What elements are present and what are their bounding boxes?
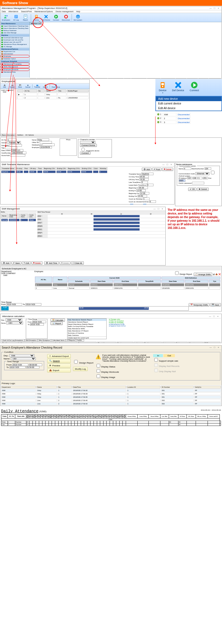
rm-5[interactable]: Daily Attendance OT Report bbox=[67, 330, 106, 332]
big-device[interactable]: Device▾ bbox=[157, 80, 169, 95]
modify-log-btn[interactable]: Modify Log bbox=[73, 367, 88, 371]
sched-row[interactable]: 2LinaNormal2000/1/12999/12/312016/9/2620… bbox=[35, 287, 220, 290]
emp-del[interactable]: ➖Delete bbox=[9, 84, 16, 88]
calc-tab[interactable]: Calculated Items bbox=[51, 339, 66, 341]
tree-comp2[interactable]: OUR COMPANY bbox=[1, 272, 34, 274]
big-connect[interactable]: Connect bbox=[188, 80, 201, 95]
sb-ul-user[interactable]: Upload user info and FP bbox=[1, 41, 29, 43]
tt-del-btn[interactable]: ✖ Delete bbox=[162, 168, 173, 171]
ip1[interactable] bbox=[187, 177, 192, 179]
search-row[interactable]: XIMIVicky12016/9/26 17:56:351001FP bbox=[1, 396, 221, 398]
sched-row[interactable]: ▶ 1VickyNormal2000/1/12999/12/312016/9/2… bbox=[35, 283, 220, 286]
gender-select[interactable]: Female bbox=[7, 141, 21, 144]
sm-save[interactable]: ✔ Save bbox=[11, 261, 21, 265]
tab-add[interactable]: Addition bbox=[16, 134, 24, 136]
dm-cancel[interactable]: ✖ Cancel bbox=[197, 188, 209, 191]
emp-row[interactable]: ▶1Vicky bbox=[17, 93, 89, 96]
design-report-check[interactable] bbox=[175, 271, 179, 275]
sm-deltime[interactable]: ✖ Delete bbox=[59, 261, 70, 265]
search-row[interactable]: XIMIVicky12016/9/26 17:56:331001FP bbox=[1, 392, 221, 395]
search-btn[interactable]: 🔍 Search bbox=[47, 359, 71, 363]
sb-acmanage[interactable]: AC Manage bbox=[1, 45, 29, 48]
emp-input[interactable] bbox=[40, 146, 52, 149]
s-name[interactable]: <All> bbox=[11, 357, 36, 360]
menu-device[interactable]: Device management bbox=[56, 11, 73, 12]
tb-device[interactable]: Device bbox=[32, 14, 41, 21]
rm-1[interactable]: Attendance General Report bbox=[67, 321, 106, 323]
preview-btn[interactable]: 👁 Preview bbox=[47, 364, 71, 368]
rm-7[interactable]: Daily Overtime bbox=[67, 334, 106, 336]
le-input[interactable] bbox=[147, 184, 153, 186]
side-4[interactable]: ● Append Clock In/Out bbox=[109, 325, 125, 327]
fp-select[interactable] bbox=[80, 141, 95, 144]
calc-from[interactable] bbox=[32, 321, 46, 323]
mci-check[interactable] bbox=[130, 204, 133, 205]
ssc-ck[interactable] bbox=[154, 358, 158, 362]
tab-basic[interactable]: Basic Information bbox=[1, 134, 16, 136]
dm-android[interactable] bbox=[211, 171, 215, 174]
calc-to[interactable] bbox=[30, 323, 44, 326]
menu-attendance[interactable]: Attendance bbox=[8, 11, 18, 12]
tb-disconnect[interactable]: Disconnect bbox=[61, 14, 71, 21]
mco-check[interactable] bbox=[143, 204, 147, 205]
sb-import[interactable]: Import Attendance Checking Data bbox=[1, 25, 29, 27]
nat-input[interactable] bbox=[10, 144, 22, 147]
sm-edit[interactable]: ✎ Edit bbox=[22, 261, 31, 265]
sm-add[interactable]: ➕ Add bbox=[1, 261, 11, 265]
sm-del[interactable]: ✖ Delete bbox=[31, 261, 42, 265]
design-report-ck[interactable] bbox=[74, 360, 78, 364]
emp-transfer[interactable]: 👥Transfer bbox=[33, 84, 41, 88]
calc-btn[interactable]: 🧮 Calculate bbox=[51, 318, 65, 322]
connect-btn[interactable]: Connect bbox=[80, 152, 90, 155]
late-input[interactable] bbox=[141, 181, 148, 183]
sb-employee[interactable]: Employee bbox=[1, 55, 29, 58]
on-input[interactable] bbox=[139, 175, 149, 178]
dd-edit-all[interactable]: Edit All device bbox=[156, 106, 221, 111]
sb-sched[interactable]: Employee Schedule bbox=[1, 68, 29, 71]
tb-employees[interactable]: Employees bbox=[1, 14, 11, 21]
rm-0[interactable]: Daily Attendance Statistic Report bbox=[67, 319, 106, 321]
dev-status-row[interactable]: 🟢 1XIMIDisconnected bbox=[156, 113, 191, 116]
sm-addtime[interactable]: ➕ Add Time bbox=[44, 261, 59, 265]
from-date[interactable] bbox=[6, 303, 22, 306]
sb-tt[interactable]: Maintenance Timetables bbox=[1, 63, 29, 65]
menu-data[interactable]: Data bbox=[2, 11, 6, 12]
ip4[interactable] bbox=[203, 177, 208, 179]
ds-ck[interactable] bbox=[97, 364, 100, 367]
tb-deldevice[interactable]: Del Device bbox=[41, 14, 51, 21]
s-from-t[interactable] bbox=[29, 364, 42, 366]
birth-input[interactable] bbox=[11, 149, 23, 152]
sb-shifts[interactable]: Shifts Management bbox=[1, 65, 29, 68]
eo-input[interactable] bbox=[138, 195, 147, 197]
dm-mode[interactable]: Ethernet bbox=[195, 172, 210, 175]
sb-dl-logs[interactable]: Download attendance logs bbox=[1, 37, 29, 39]
dm-port[interactable] bbox=[179, 179, 185, 182]
calc-name[interactable]: <All> bbox=[6, 321, 23, 324]
rm-4[interactable]: Daily Attendance Shifts bbox=[67, 328, 106, 330]
menu-maint[interactable]: Maintenance/Options bbox=[34, 11, 53, 12]
tree-ximi[interactable]: XIMI bbox=[1, 91, 16, 93]
di-ck[interactable] bbox=[97, 374, 100, 378]
calc-tab[interactable]: Clock In/Out Log Exceptions bbox=[1, 339, 24, 341]
rm-2[interactable]: Depart Attendance Statistic Report bbox=[67, 323, 106, 325]
dd-add[interactable]: Add new device bbox=[156, 96, 221, 101]
sb-db[interactable]: Database Option bbox=[1, 58, 29, 60]
sb-dept[interactable]: Department List bbox=[1, 50, 29, 53]
search-row[interactable]: XIMILina22016/9/26 17:56:401002FP bbox=[1, 399, 221, 402]
to-date[interactable] bbox=[25, 303, 41, 306]
dw-ck[interactable] bbox=[97, 369, 100, 373]
tab-machinelist[interactable]: Machine List bbox=[30, 22, 42, 25]
dm-ok[interactable]: ✔ OK bbox=[188, 188, 196, 191]
calc-tab[interactable]: NoShi... bbox=[76, 339, 84, 341]
tree-ximi2[interactable]: XIMI bbox=[1, 274, 34, 276]
calc-tab[interactable]: OTReports bbox=[66, 339, 76, 341]
max-btn[interactable]: □ bbox=[213, 7, 216, 9]
rm-6[interactable]: Summary of Overtime bbox=[67, 332, 106, 334]
emp-add[interactable]: ➕Add bbox=[1, 84, 8, 88]
temp-shifts-btn[interactable]: 📅 Temporary Shifts bbox=[189, 303, 210, 306]
dev-status-row[interactable]: 🟢 22Disconnected bbox=[156, 117, 191, 120]
s-dep[interactable]: XIMI bbox=[9, 354, 34, 357]
sb-admin[interactable]: Administrator bbox=[1, 53, 29, 55]
off-input[interactable] bbox=[139, 178, 149, 181]
tt-post-btn[interactable]: ✔ Post bbox=[152, 168, 162, 171]
